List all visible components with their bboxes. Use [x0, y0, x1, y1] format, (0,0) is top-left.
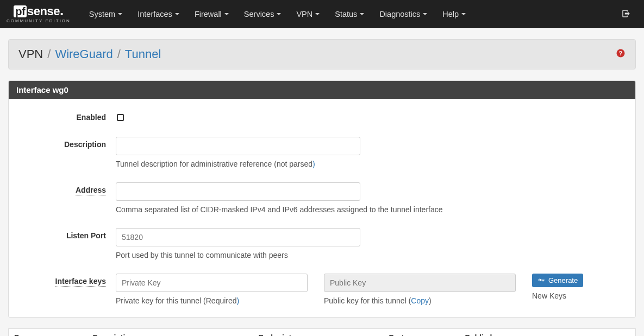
- nav-help-label: Help: [442, 10, 459, 18]
- nav-firewall-label: Firewall: [195, 10, 222, 18]
- listenport-label: Listen Port: [16, 228, 116, 240]
- nav-system-label: System: [89, 10, 115, 18]
- nav-system[interactable]: System: [82, 0, 130, 28]
- address-label: Address: [16, 182, 116, 194]
- chevron-down-icon: [118, 13, 122, 15]
- chevron-down-icon: [175, 13, 179, 15]
- th-description: Description: [87, 329, 253, 337]
- key-icon: [537, 277, 545, 284]
- th-publickey: Public key: [460, 329, 636, 337]
- nav-services-label: Services: [244, 10, 274, 18]
- nav-vpn[interactable]: VPN: [289, 0, 327, 28]
- publickey-input: [324, 274, 516, 292]
- svg-text:?: ?: [619, 50, 622, 56]
- interface-panel: Interface wg0 Enabled Description Tunnel…: [8, 80, 636, 318]
- brand-logo[interactable]: pfsense. COMMUNITY EDITION: [7, 5, 71, 23]
- breadcrumb-sep: /: [47, 47, 51, 61]
- breadcrumb-wireguard[interactable]: WireGuard: [55, 47, 112, 61]
- logo-sense: sense: [27, 5, 60, 17]
- description-label: Description: [16, 137, 116, 149]
- enabled-label: Enabled: [16, 110, 116, 122]
- description-input[interactable]: [116, 137, 360, 155]
- keys-label: Interface keys: [16, 274, 116, 286]
- description-help: Tunnel description for administrative re…: [116, 160, 628, 168]
- logo-edition: COMMUNITY EDITION: [7, 18, 71, 23]
- generate-button[interactable]: Generate: [532, 274, 583, 287]
- chevron-down-icon: [461, 13, 466, 15]
- th-peer: Peer: [9, 329, 87, 337]
- nav-interfaces-label: Interfaces: [137, 10, 172, 18]
- nav-diagnostics[interactable]: Diagnostics: [372, 0, 435, 28]
- publickey-help: Public key for this tunnel (Copy): [324, 296, 516, 305]
- chevron-down-icon: [360, 13, 364, 15]
- th-endpoint: Endpoint: [253, 329, 384, 337]
- nav-menu: System Interfaces Firewall Services VPN …: [82, 0, 473, 28]
- privatekey-help: Private key for this tunnel (Required): [116, 296, 308, 305]
- privatekey-input[interactable]: [116, 274, 308, 292]
- breadcrumb-root: VPN: [18, 47, 43, 61]
- logout-icon[interactable]: [618, 9, 634, 20]
- nav-help[interactable]: Help: [435, 0, 473, 28]
- nav-interfaces[interactable]: Interfaces: [130, 0, 187, 28]
- chevron-down-icon: [315, 13, 320, 15]
- enabled-checkbox[interactable]: [117, 114, 124, 121]
- chevron-down-icon: [224, 13, 229, 15]
- nav-services[interactable]: Services: [236, 0, 289, 28]
- listenport-help: Port used by this tunnel to communicate …: [116, 251, 628, 259]
- breadcrumb: VPN / WireGuard / Tunnel ?: [8, 39, 636, 69]
- th-port: Port: [384, 329, 460, 337]
- logo-pf: pf: [14, 5, 27, 17]
- newkeys-label: New Keys: [532, 291, 608, 300]
- nav-diagnostics-label: Diagnostics: [379, 10, 420, 18]
- help-icon[interactable]: ?: [616, 47, 626, 61]
- peer-table: Peer Description Endpoint Port Public ke…: [8, 328, 636, 336]
- breadcrumb-tunnel[interactable]: Tunnel: [125, 47, 161, 61]
- nav-vpn-label: VPN: [296, 10, 312, 18]
- nav-status[interactable]: Status: [327, 0, 372, 28]
- address-help: Comma separated list of CIDR-masked IPv4…: [116, 205, 628, 214]
- top-navbar: pfsense. COMMUNITY EDITION System Interf…: [0, 0, 644, 28]
- chevron-down-icon: [423, 13, 427, 15]
- address-input[interactable]: [116, 182, 360, 201]
- breadcrumb-sep: /: [117, 47, 121, 61]
- nav-status-label: Status: [335, 10, 357, 18]
- nav-firewall[interactable]: Firewall: [187, 0, 236, 28]
- panel-title: Interface wg0: [9, 81, 635, 99]
- copy-link[interactable]: Copy: [411, 296, 429, 305]
- generate-label: Generate: [548, 276, 578, 284]
- chevron-down-icon: [277, 13, 281, 15]
- listenport-input[interactable]: [116, 228, 360, 246]
